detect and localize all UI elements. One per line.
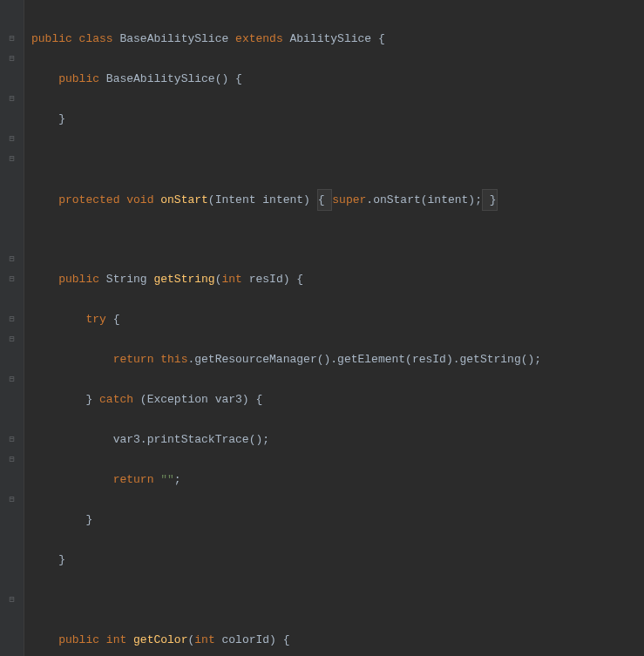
keyword: public <box>58 72 99 85</box>
fold-icon <box>0 189 24 209</box>
code-line[interactable]: protected void onStart(Intent intent) { … <box>31 189 637 209</box>
fold-icon[interactable]: ⊟ <box>0 590 24 610</box>
fold-icon[interactable] <box>0 9 24 29</box>
keyword: this <box>160 353 187 366</box>
highlight: { <box>317 189 333 211</box>
keyword: extends <box>235 32 283 45</box>
brace: { <box>106 313 120 326</box>
paren: ) <box>303 193 317 206</box>
call: .getResourceManager().getElement(resId).… <box>187 353 541 366</box>
keyword: return <box>113 473 161 486</box>
code-line[interactable] <box>31 229 637 249</box>
fold-icon <box>0 510 24 530</box>
keyword: int <box>194 633 214 646</box>
fold-icon[interactable]: ⊟ <box>0 249 24 269</box>
paren: ( <box>208 193 215 206</box>
keyword: int <box>221 273 241 286</box>
code-line[interactable]: public String getString(int resId) { <box>31 269 637 289</box>
param-name: colorId <box>215 633 269 646</box>
fold-icon <box>0 570 24 590</box>
fold-icon[interactable]: ⊟ <box>0 309 24 329</box>
brace: { <box>371 32 385 45</box>
fold-icon <box>0 229 24 249</box>
keyword: return <box>113 353 161 366</box>
fold-icon <box>0 610 24 630</box>
fold-icon <box>0 349 24 369</box>
highlight: } <box>482 189 498 211</box>
fold-icon <box>0 470 24 490</box>
keyword: catch <box>99 393 133 406</box>
paren: ) { <box>269 633 289 646</box>
code-line[interactable]: } <box>31 510 637 530</box>
keyword: public int <box>58 633 126 646</box>
brace: } <box>85 393 99 406</box>
ret-type: String <box>99 273 153 286</box>
code-line[interactable]: public BaseAbilitySlice() { <box>31 69 637 89</box>
fold-icon <box>0 289 24 309</box>
code-line[interactable]: return ""; <box>31 470 637 490</box>
param-type: Intent <box>215 193 256 206</box>
paren: ) { <box>283 273 303 286</box>
method-name: getString <box>153 273 214 286</box>
keyword: public class <box>31 32 113 45</box>
code-line[interactable]: } <box>31 109 637 129</box>
fold-icon <box>0 209 24 229</box>
semi: ; <box>174 473 181 486</box>
keyword: try <box>85 313 105 326</box>
catch-params: (Exception var3) { <box>133 393 262 406</box>
code-line[interactable]: var3.printStackTrace(); <box>31 429 637 450</box>
fold-icon <box>0 550 24 570</box>
code-line[interactable] <box>31 590 637 610</box>
method-name: getColor <box>133 633 187 646</box>
code-line[interactable] <box>31 149 637 169</box>
method-name: onStart <box>160 193 208 206</box>
fold-icon[interactable]: ⊟ <box>0 29 24 49</box>
brace: } <box>85 513 92 526</box>
code-line[interactable]: return this.getResourceManager().getElem… <box>31 349 637 369</box>
code-line[interactable]: try { <box>31 309 637 329</box>
fold-icon <box>0 530 24 550</box>
code-line[interactable]: } <box>31 550 637 570</box>
fold-icon[interactable]: ⊟ <box>0 49 24 69</box>
fold-icon[interactable]: ⊟ <box>0 129 24 149</box>
fold-icon[interactable]: ⊟ <box>0 490 24 510</box>
stmt: var3.printStackTrace(); <box>113 433 269 446</box>
code-line[interactable]: } catch (Exception var3) { <box>31 389 637 409</box>
fold-icon <box>0 389 24 409</box>
fold-icon <box>0 409 24 429</box>
fold-icon[interactable]: ⊟ <box>0 369 24 389</box>
call: .onStart(intent); <box>366 193 482 206</box>
string: "" <box>160 473 174 486</box>
fold-icon[interactable]: ⊟ <box>0 269 24 289</box>
keyword: super <box>332 193 366 206</box>
param-name: intent <box>255 193 303 206</box>
ctor-name: BaseAbilitySlice <box>106 72 215 85</box>
fold-icon <box>0 69 24 89</box>
brace: } <box>58 112 65 125</box>
code-editor[interactable]: public class BaseAbilitySlice extends Ab… <box>24 0 644 656</box>
params: () { <box>215 72 242 85</box>
fold-icon[interactable]: ⊟ <box>0 429 24 450</box>
keyword: protected void <box>58 193 153 206</box>
fold-icon[interactable]: ⊟ <box>0 149 24 169</box>
fold-icon <box>0 109 24 129</box>
brace: } <box>58 553 65 566</box>
fold-icon[interactable]: ⊟ <box>0 329 24 349</box>
param-name: resId <box>242 273 283 286</box>
code-line[interactable]: public class BaseAbilitySlice extends Ab… <box>31 29 637 49</box>
fold-icon[interactable]: ⊟ <box>0 89 24 109</box>
editor-gutter: ⊟ ⊟ ⊟ ⊟ ⊟ ⊟ ⊟ ⊟ ⊟ ⊟ ⊟ ⊟ ⊟ ⊟ <box>0 0 24 656</box>
parent-class: AbilitySlice <box>290 32 372 45</box>
fold-icon <box>0 169 24 189</box>
class-name: BaseAbilitySlice <box>119 32 228 45</box>
keyword: public <box>58 273 99 286</box>
code-line[interactable]: public int getColor(int colorId) { <box>31 630 637 650</box>
fold-icon[interactable]: ⊟ <box>0 450 24 470</box>
